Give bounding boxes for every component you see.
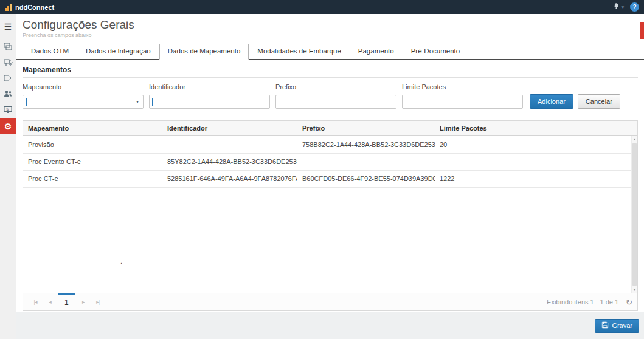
bell-icon bbox=[613, 2, 620, 12]
mappings-grid: Mapeamento Identificador Prefixo Limite … bbox=[23, 120, 638, 311]
tab-pagamento[interactable]: Pagamento bbox=[350, 44, 403, 59]
cell-mapeamento: Proc CT-e bbox=[23, 170, 162, 187]
settings-gear-icon: ⚙ bbox=[4, 122, 12, 131]
identificador-input-wrap bbox=[149, 95, 270, 109]
sidebar-menu-toggle[interactable]: ☰ bbox=[0, 19, 16, 34]
limite-pacotes-input[interactable] bbox=[403, 95, 522, 108]
vertical-scrollbar[interactable]: ▲ ▼ bbox=[631, 136, 637, 293]
cell-mapeamento: Provisão bbox=[23, 136, 162, 153]
tab-strip: Dados OTM Dados de Integração Dados de M… bbox=[16, 44, 644, 60]
sidebar-item-billing[interactable]: $ bbox=[0, 103, 16, 118]
users-icon bbox=[4, 90, 12, 99]
sidebar-item-screens[interactable] bbox=[0, 39, 16, 55]
footer-bar: Gravar bbox=[16, 312, 644, 339]
pager-next-button[interactable]: ▸ bbox=[76, 299, 91, 305]
refresh-icon[interactable]: ↻ bbox=[626, 298, 632, 307]
prefixo-label: Prefixo bbox=[275, 83, 396, 91]
cell-limite-pacotes: 20 bbox=[435, 136, 637, 153]
cell-limite-pacotes bbox=[435, 153, 637, 170]
chevron-down-icon: ▾ bbox=[621, 5, 624, 10]
cell-identificador: 85Y82C2-1A44-428A-BB52-3C33D6DE253C bbox=[162, 153, 297, 170]
mapeamento-label: Mapeamento bbox=[23, 83, 144, 91]
limite-pacotes-input-wrap bbox=[402, 95, 523, 109]
cell-identificador bbox=[162, 136, 297, 153]
page-title: Configurações Gerais bbox=[23, 18, 638, 32]
cell-prefixo: 758B82C2-1A44-428A-BB52-3C33D6DE253C bbox=[297, 136, 435, 153]
sidebar-item-users[interactable] bbox=[0, 87, 16, 102]
monitor-money-icon: $ bbox=[4, 106, 12, 115]
table-row[interactable]: Proc CT-e 5285161F-646A-49FA-A6A4-9FA878… bbox=[23, 170, 637, 187]
tab-pre-documento[interactable]: Pré-Documento bbox=[403, 44, 469, 59]
pager-prev-button[interactable]: ◂ bbox=[43, 299, 57, 305]
sidebar-item-shipping[interactable] bbox=[0, 55, 16, 70]
truck-icon bbox=[4, 58, 13, 67]
page-subtitle: Preencha os campos abaixo bbox=[23, 32, 638, 38]
hamburger-icon: ☰ bbox=[4, 22, 12, 32]
chevron-down-icon: ▾ bbox=[132, 99, 143, 104]
mapeamento-select[interactable]: ▾ bbox=[23, 95, 144, 109]
pager-page-1[interactable]: 1 bbox=[58, 293, 75, 310]
save-disk-icon bbox=[601, 321, 609, 330]
text-cursor bbox=[152, 98, 153, 106]
limite-pacotes-label: Limite Pacotes bbox=[402, 83, 523, 91]
table-row[interactable]: Provisão 758B82C2-1A44-428A-BB52-3C33D6D… bbox=[23, 136, 637, 153]
scroll-down-icon[interactable]: ▼ bbox=[632, 287, 637, 293]
column-header-prefixo[interactable]: Prefixo bbox=[297, 121, 435, 136]
screens-icon bbox=[4, 43, 12, 52]
pager-status: Exibindo itens 1 - 1 de 1 bbox=[547, 298, 618, 306]
prefixo-input-wrap bbox=[275, 95, 396, 109]
svg-text:$: $ bbox=[7, 107, 9, 111]
tab-dados-otm[interactable]: Dados OTM bbox=[23, 44, 77, 59]
app-logo: nddConnect bbox=[5, 4, 54, 11]
table-row[interactable]: Proc Evento CT-e 85Y82C2-1A44-428A-BB52-… bbox=[23, 153, 637, 170]
cancelar-button[interactable]: Cancelar bbox=[578, 94, 620, 109]
cell-limite-pacotes: 1222 bbox=[435, 170, 637, 187]
main-panel: Configurações Gerais Preencha os campos … bbox=[16, 14, 644, 312]
grid-header: Mapeamento Identificador Prefixo Limite … bbox=[23, 121, 637, 136]
sidebar: ☰ bbox=[0, 14, 16, 339]
prefixo-input[interactable] bbox=[276, 95, 396, 108]
cell-prefixo: B60CFD05-DE66-4F92-BE55-074D39A39D03 bbox=[297, 170, 435, 187]
section-title: Mapeamentos bbox=[16, 60, 644, 77]
scroll-up-icon[interactable]: ▲ bbox=[632, 136, 637, 142]
sidebar-item-export[interactable] bbox=[0, 71, 16, 86]
topbar: nddConnect ▾ ? bbox=[0, 0, 644, 14]
tab-dados-integracao[interactable]: Dados de Integração bbox=[77, 44, 159, 59]
gravar-label: Gravar bbox=[612, 322, 632, 329]
page-header: Configurações Gerais Preencha os campos … bbox=[16, 14, 644, 38]
scrollbar-thumb[interactable] bbox=[632, 143, 637, 286]
adicionar-button[interactable]: Adicionar bbox=[530, 94, 573, 109]
cell-prefixo bbox=[297, 153, 435, 170]
help-button[interactable]: ? bbox=[630, 2, 639, 12]
column-header-identificador[interactable]: Identificador bbox=[162, 121, 297, 136]
tab-dados-mapeamento[interactable]: Dados de Mapeamento bbox=[159, 44, 249, 60]
cell-identificador: 5285161F-646A-49FA-A6A4-9FA8782076FA bbox=[162, 170, 297, 187]
sidebar-item-settings[interactable]: ⚙ bbox=[0, 118, 16, 134]
mapping-form: Mapeamento ▾ Identificador Prefixo bbox=[16, 78, 644, 112]
red-edge-strip bbox=[640, 22, 644, 39]
identificador-input[interactable] bbox=[150, 95, 269, 108]
tab-modalidades-embarque[interactable]: Modalidades de Embarque bbox=[249, 44, 349, 59]
identificador-label: Identificador bbox=[149, 83, 270, 91]
pager-last-button[interactable]: ▸| bbox=[91, 299, 105, 305]
cell-mapeamento: Proc Evento CT-e bbox=[23, 153, 162, 170]
pager-first-button[interactable]: |◂ bbox=[28, 299, 43, 305]
grid-body: Provisão 758B82C2-1A44-428A-BB52-3C33D6D… bbox=[23, 136, 637, 293]
export-icon bbox=[4, 74, 12, 84]
stray-dot: . bbox=[120, 258, 122, 265]
brand-name: nddConnect bbox=[15, 4, 54, 11]
gravar-button[interactable]: Gravar bbox=[595, 319, 639, 333]
notifications-button[interactable]: ▾ bbox=[613, 2, 624, 12]
column-header-mapeamento[interactable]: Mapeamento bbox=[23, 121, 162, 136]
grid-pager: |◂ ◂ 1 ▸ ▸| Exibindo itens 1 - 1 de 1 ↻ bbox=[23, 293, 637, 310]
brand-bars-icon bbox=[5, 4, 12, 11]
text-cursor bbox=[26, 98, 27, 106]
column-header-limite-pacotes[interactable]: Limite Pacotes bbox=[435, 121, 637, 136]
